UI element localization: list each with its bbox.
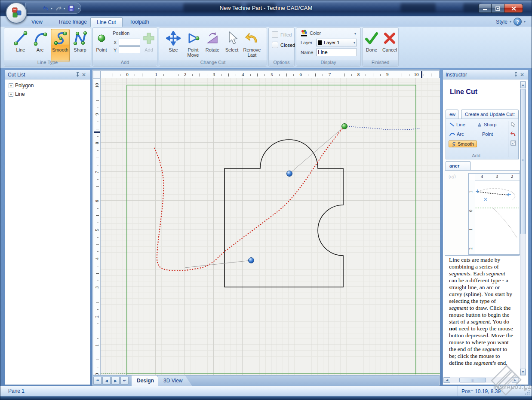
add-button[interactable]: Add bbox=[141, 29, 157, 60]
minimize-button[interactable] bbox=[478, 4, 491, 13]
help-dropdown-icon[interactable]: ▾ bbox=[524, 20, 526, 24]
tab-line-cut[interactable]: Line Cut bbox=[90, 17, 123, 27]
first-tab-nav-button[interactable]: ⏮ bbox=[93, 377, 101, 385]
last-tab-nav-button[interactable]: ⏭ bbox=[120, 377, 129, 385]
close-button[interactable] bbox=[504, 4, 523, 13]
line-button[interactable]: Line bbox=[12, 29, 30, 60]
end-point-green[interactable] bbox=[342, 124, 347, 129]
hruler-mark bbox=[373, 73, 373, 76]
cut-list-title: Cut List bbox=[8, 72, 25, 78]
mini-scribble: (cy) bbox=[448, 174, 456, 179]
style-menu[interactable]: Style bbox=[496, 19, 507, 25]
hruler-mark bbox=[279, 74, 280, 76]
smooth-icon bbox=[52, 30, 68, 46]
smooth-spline-cut[interactable] bbox=[154, 126, 344, 271]
mini-ruler-number: 1 bbox=[468, 191, 473, 193]
vruler-mark bbox=[97, 93, 98, 93]
instructor-hscrollbar[interactable]: ◀ ||| ▶ bbox=[443, 377, 519, 383]
instructor-heading: Line Cut bbox=[450, 88, 477, 96]
hscroll-thumb[interactable]: ||| bbox=[459, 378, 486, 382]
closed-checkbox[interactable]: Closed bbox=[272, 42, 295, 48]
sharp-button[interactable]: Sharp bbox=[71, 29, 89, 60]
vruler-mark: 5 bbox=[94, 229, 99, 231]
tab-toolpath[interactable]: Toolpath bbox=[123, 17, 155, 27]
vruler-mark bbox=[97, 281, 98, 281]
hruler-mark bbox=[106, 74, 106, 76]
vruler-mark bbox=[96, 186, 99, 187]
pin-icon[interactable] bbox=[512, 71, 519, 78]
arc-button[interactable]: Arc bbox=[31, 29, 49, 60]
cut-list-tree: +Polygon+Line bbox=[5, 81, 90, 98]
mini-select-icon bbox=[510, 122, 516, 129]
vscroll-thumb[interactable]: ≡ bbox=[520, 89, 526, 234]
control-point-blue[interactable] bbox=[249, 258, 254, 263]
cancel-label: Cancel bbox=[382, 47, 397, 52]
y-input[interactable] bbox=[119, 46, 140, 53]
tab-line-cut-label: Line Cut bbox=[97, 19, 116, 25]
select-button[interactable]: Select bbox=[223, 29, 241, 60]
resize-grip[interactable] bbox=[525, 390, 530, 395]
tab-design-label: Design bbox=[137, 378, 154, 384]
point-button[interactable]: Point bbox=[94, 29, 109, 60]
tab-3d-view[interactable]: 3D View bbox=[158, 376, 192, 386]
add-label: Add bbox=[145, 47, 153, 52]
point-move-icon bbox=[186, 30, 200, 46]
vruler-mark bbox=[96, 244, 99, 245]
vruler-mark bbox=[96, 158, 99, 158]
instructor-paragraph: Line cuts are made by combining a series… bbox=[449, 256, 514, 366]
window-bottom-frame bbox=[0, 396, 532, 400]
help-button[interactable]: ? bbox=[514, 18, 522, 26]
filled-checkbox[interactable]: Filled bbox=[272, 31, 292, 38]
tree-item-line[interactable]: +Line bbox=[5, 90, 90, 98]
filled-checkbox-box bbox=[272, 31, 278, 38]
instructor-vscrollbar[interactable]: ▲ ≡ ▼ bbox=[520, 81, 526, 376]
polygon-cut-shape[interactable] bbox=[224, 140, 343, 287]
hruler-mark bbox=[380, 74, 381, 76]
next-tab-nav-button[interactable]: ▶ bbox=[111, 377, 120, 385]
expand-icon[interactable]: + bbox=[9, 83, 13, 88]
scroll-right-icon[interactable]: ▶ bbox=[512, 377, 518, 383]
expand-icon[interactable]: + bbox=[9, 92, 13, 97]
hruler-mark bbox=[286, 73, 287, 76]
hruler-mark bbox=[395, 74, 395, 76]
rotate-button[interactable]: Rotate bbox=[203, 29, 221, 60]
close-panel-icon[interactable]: ✕ bbox=[80, 71, 87, 78]
mini-canvas-drawing bbox=[475, 180, 520, 254]
tab-view-label: View bbox=[31, 19, 43, 25]
scroll-down-icon[interactable]: ▼ bbox=[520, 369, 526, 375]
size-button[interactable]: Size bbox=[164, 29, 182, 60]
maximize-button[interactable] bbox=[491, 4, 504, 13]
application-button[interactable] bbox=[6, 2, 27, 24]
remove-last-button[interactable]: Remove Last bbox=[242, 29, 262, 60]
prev-tab-nav-button[interactable]: ◀ bbox=[102, 377, 111, 385]
hruler-mark: 9 bbox=[386, 72, 389, 77]
scroll-left-icon[interactable]: ◀ bbox=[444, 377, 450, 383]
hruler-mark: 7 bbox=[329, 72, 331, 77]
cancel-button[interactable]: Cancel bbox=[381, 29, 398, 60]
close-panel-icon[interactable]: ✕ bbox=[519, 71, 526, 78]
hruler-mark bbox=[351, 74, 352, 76]
pin-icon[interactable] bbox=[74, 71, 80, 78]
smooth-button[interactable]: Smooth bbox=[51, 29, 70, 62]
style-dropdown-icon[interactable]: ▾ bbox=[510, 20, 511, 24]
drawing-canvas[interactable] bbox=[101, 78, 440, 375]
remove-last-label: Remove Last bbox=[242, 47, 262, 58]
x-input[interactable] bbox=[119, 39, 140, 46]
mini-smooth-button: Smooth bbox=[449, 140, 477, 147]
app-logo-cubes-icon bbox=[10, 6, 23, 19]
scroll-up-icon[interactable]: ▲ bbox=[520, 82, 526, 88]
horizontal-ruler: 012345678910 bbox=[101, 70, 440, 78]
point-move-button[interactable]: Point Move bbox=[184, 29, 202, 60]
vruler-mark bbox=[97, 136, 98, 137]
tree-item-polygon[interactable]: +Polygon bbox=[5, 81, 90, 90]
control-point-blue[interactable] bbox=[287, 171, 292, 177]
hruler-mark bbox=[431, 73, 431, 76]
layer-dropdown[interactable]: Layer 1 ▾ bbox=[316, 39, 357, 46]
color-dropdown-icon[interactable]: ▾ bbox=[354, 32, 356, 36]
name-input[interactable] bbox=[316, 49, 357, 56]
tab-trace-image[interactable]: Trace Image bbox=[52, 17, 93, 27]
tab-view[interactable]: View bbox=[25, 17, 49, 27]
done-button[interactable]: Done bbox=[363, 29, 380, 60]
mini-tab-planer: aner bbox=[446, 161, 470, 170]
color-button[interactable]: Color bbox=[301, 30, 321, 37]
